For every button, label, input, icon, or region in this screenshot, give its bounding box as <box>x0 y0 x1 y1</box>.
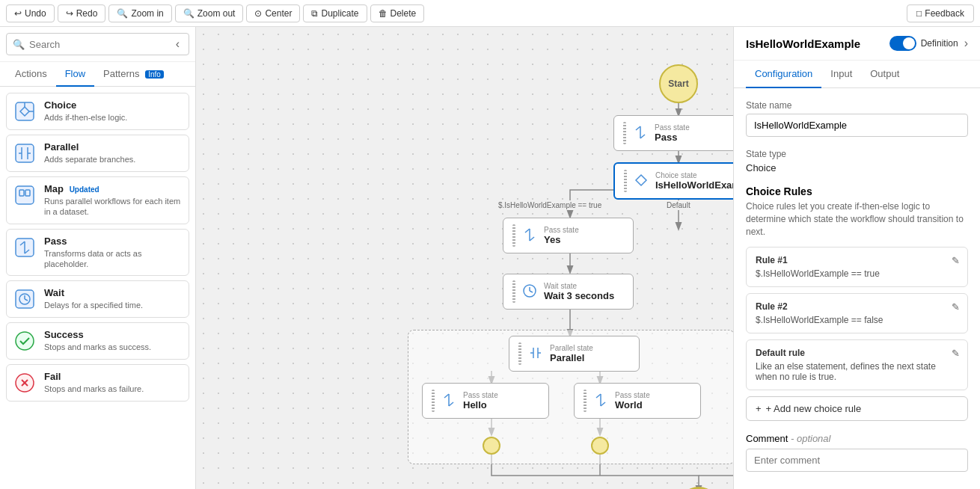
choice-rules-desc: Choice rules let you create if-then-else… <box>746 200 968 238</box>
sidebar-item-map[interactable]: Map Updated Runs parallel workflows for … <box>6 176 189 224</box>
delete-icon: 🗑 <box>379 8 388 19</box>
world-state-type: Pass state <box>615 391 650 399</box>
sidebar-item-success[interactable]: Success Stops and marks as success. <box>6 322 189 360</box>
rule-1-edit-button[interactable]: ✎ <box>952 255 960 266</box>
success-icon <box>13 329 37 353</box>
search-input[interactable] <box>29 39 168 50</box>
map-text: Map Updated Runs parallel workflows for … <box>44 183 183 218</box>
pass-name: Pass <box>44 236 183 247</box>
svg-rect-3 <box>16 144 34 162</box>
choice-name: Choice <box>44 99 127 111</box>
rule-2-card[interactable]: Rule #2 $.IsHelloWorldExample == false ✎ <box>746 293 968 333</box>
default-rule-edit-button[interactable]: ✎ <box>952 348 960 359</box>
duplicate-icon: ⧉ <box>311 8 318 19</box>
tab-input[interactable]: Input <box>821 61 861 88</box>
choice-rules-title: Choice Rules <box>746 185 968 197</box>
yes-state-node[interactable]: Pass state Yes <box>503 218 634 253</box>
yes-state-name: Yes <box>544 234 560 245</box>
parallel-state-node[interactable]: Parallel state Parallel <box>509 336 640 372</box>
drag-handle <box>623 122 626 144</box>
tab-configuration[interactable]: Configuration <box>746 61 821 88</box>
redo-button[interactable]: ↪ Redo <box>58 4 106 22</box>
zoom-in-button[interactable]: 🔍 Zoom in <box>108 4 171 22</box>
state-name-input[interactable] <box>746 114 968 137</box>
world-state-node[interactable]: Pass state World <box>574 383 701 419</box>
tab-output[interactable]: Output <box>861 61 908 88</box>
toggle-track[interactable] <box>889 36 916 51</box>
sidebar-item-fail[interactable]: Fail Stops and marks as failure. <box>6 364 189 402</box>
pass-icon <box>13 236 37 259</box>
default-rule-value: Like an else statement, defines the next… <box>756 361 958 382</box>
success-desc: Stops and marks as success. <box>44 342 151 352</box>
pass-hello-icon <box>441 392 457 410</box>
drag-handle-world <box>584 390 587 412</box>
sidebar-item-choice[interactable]: Choice Adds if-then-else logic. <box>6 93 189 130</box>
tab-flow[interactable]: Flow <box>56 62 94 87</box>
start-node[interactable]: Start <box>659 64 698 103</box>
zoom-out-icon: 🔍 <box>183 8 195 19</box>
map-name: Map Updated <box>44 183 183 194</box>
canvas-area[interactable]: Start Pass state Pass <box>196 27 733 489</box>
svg-line-49 <box>596 394 601 398</box>
map-icon <box>13 183 37 207</box>
sidebar-item-parallel[interactable]: Parallel Adds separate branches. <box>6 135 189 172</box>
yes-state-type: Pass state <box>544 226 579 234</box>
rule-1-title: Rule #1 <box>756 255 958 265</box>
panel-title: IsHelloWorldExample <box>746 37 883 50</box>
choice-state-type: Choice state <box>655 171 733 179</box>
pass-state-node[interactable]: Pass state Pass <box>613 115 733 151</box>
parallel-state-name: Parallel <box>550 352 584 363</box>
wait-text: Wait Delays for a specified time. <box>44 287 143 310</box>
comment-input[interactable] <box>746 449 968 472</box>
main-layout: 🔍 ‹ Actions Flow Patterns Info <box>0 27 980 489</box>
wait-desc: Delays for a specified time. <box>44 300 143 310</box>
pass-state-type: Pass state <box>655 123 690 132</box>
wait-icon <box>13 287 37 311</box>
svg-line-46 <box>444 394 449 398</box>
redo-icon: ↪ <box>66 8 73 19</box>
true-edge-label: $.IsHelloWorldExample == true <box>495 200 604 210</box>
toggle-label: Definition <box>921 38 958 49</box>
drag-handle-parallel <box>518 342 521 365</box>
default-rule-title: Default rule <box>756 348 958 358</box>
add-rule-button[interactable]: + + Add new choice rule <box>746 396 968 421</box>
hello-state-node[interactable]: Pass state Hello <box>422 383 549 419</box>
hello-state-type: Pass state <box>463 391 498 399</box>
tab-patterns[interactable]: Patterns Info <box>94 62 173 87</box>
drag-handle-hello <box>432 390 435 412</box>
toggle-thumb <box>903 37 915 49</box>
wait-state-node[interactable]: Wait state Wait 3 seconds <box>503 274 634 310</box>
state-name-group: State name <box>746 100 968 137</box>
sidebar-tabs: Actions Flow Patterns Info <box>0 62 195 87</box>
drag-handle-choice <box>624 170 627 192</box>
delete-button[interactable]: 🗑 Delete <box>370 4 425 22</box>
sidebar-item-wait[interactable]: Wait Delays for a specified time. <box>6 280 189 318</box>
updated-badge: Updated <box>70 185 99 194</box>
feedback-button[interactable]: □ Feedback <box>907 4 974 22</box>
definition-toggle[interactable]: Definition <box>889 36 958 51</box>
center-button[interactable]: ⊙ Center <box>246 4 300 22</box>
hello-state-name: Hello <box>463 399 487 410</box>
rule-2-edit-button[interactable]: ✎ <box>952 301 960 313</box>
rule-2-title: Rule #2 <box>756 301 958 312</box>
choice-rules-section: Choice Rules Choice rules let you create… <box>746 185 968 421</box>
panel-expand-button[interactable]: › <box>964 37 968 50</box>
wait-state-name: Wait 3 seconds <box>544 290 614 301</box>
default-edge-label: Default <box>664 200 693 210</box>
rule-1-card[interactable]: Rule #1 $.IsHelloWorldExample == true ✎ <box>746 247 968 287</box>
duplicate-button[interactable]: ⧉ Duplicate <box>303 4 367 22</box>
sidebar-item-pass[interactable]: Pass Transforms data or acts as placehol… <box>6 229 189 277</box>
world-state-name: World <box>615 399 643 410</box>
undo-button[interactable]: ↩ Undo <box>6 4 55 22</box>
tab-actions[interactable]: Actions <box>6 62 56 87</box>
rule-1-value: $.IsHelloWorldExample == true <box>756 268 958 279</box>
svg-line-37 <box>530 237 534 241</box>
sidebar-collapse-button[interactable]: ‹ <box>173 37 183 51</box>
pass-state-name: Pass <box>655 132 677 143</box>
choice-icon-node <box>633 172 649 191</box>
comment-label: Comment - optional <box>746 433 968 444</box>
choice-state-node[interactable]: Choice state IsHelloWorldExample <box>613 162 733 200</box>
zoom-out-button[interactable]: 🔍 Zoom out <box>175 4 244 22</box>
default-rule-card[interactable]: Default rule Like an else statement, def… <box>746 339 968 390</box>
svg-line-47 <box>449 402 453 406</box>
